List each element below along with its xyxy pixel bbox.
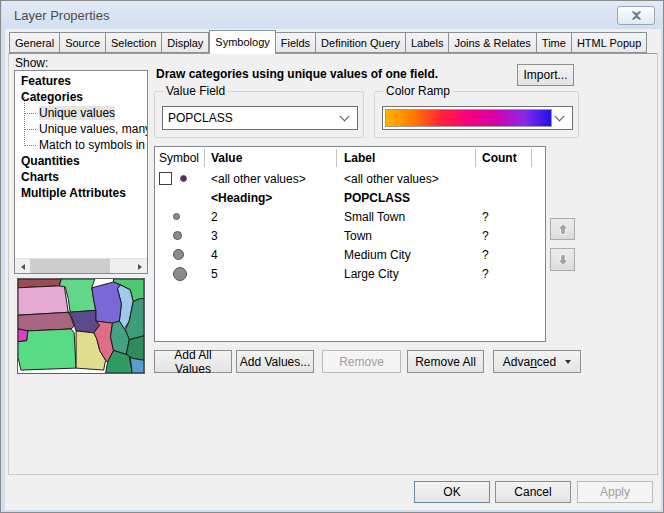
window-title: Layer Properties [14, 8, 109, 23]
close-icon [631, 11, 642, 20]
symbology-heading: Draw categories using unique values of o… [156, 67, 438, 81]
state-magenta [18, 329, 28, 342]
advanced-button[interactable]: Advanced [493, 350, 581, 373]
add-values-button[interactable]: Add Values... [236, 350, 314, 373]
class-2-symbol-dot[interactable] [173, 213, 180, 220]
class-4-symbol-dot[interactable] [173, 249, 184, 260]
import-button[interactable]: Import... [517, 64, 574, 86]
layer-properties-dialog: Layer Properties General Source Selectio… [0, 0, 664, 513]
class-3-symbol-dot[interactable] [173, 231, 182, 240]
move-up-button[interactable] [550, 218, 575, 240]
column-header-label: Label [337, 149, 476, 167]
tab-general[interactable]: General [9, 32, 60, 53]
chevron-down-icon [555, 112, 565, 122]
value-field-group: Value Field POPCLASS [154, 91, 364, 138]
right-triangle-icon [138, 264, 142, 270]
state-blue-corner [130, 357, 144, 373]
up-arrow-icon [555, 221, 571, 237]
show-label: Show: [15, 56, 48, 70]
table-row-class-4[interactable]: 4 Medium City ? [155, 245, 545, 264]
show-item-features[interactable]: Features [15, 73, 147, 89]
ok-button[interactable]: OK [414, 481, 490, 503]
scrollbar-thumb[interactable] [30, 259, 110, 274]
show-item-charts[interactable]: Charts [15, 169, 147, 185]
close-button[interactable] [617, 6, 655, 25]
class-5-symbol-dot[interactable] [173, 267, 187, 281]
column-header-filler [532, 149, 545, 167]
down-arrow-icon [555, 252, 571, 268]
show-item-match-symbols[interactable]: Match to symbols in a [15, 137, 147, 153]
scrollbar-track[interactable] [110, 259, 132, 273]
map-preview [17, 278, 145, 374]
state-purple-ia [68, 310, 100, 333]
state-mauve-ne [18, 312, 74, 331]
tab-time[interactable]: Time [537, 32, 572, 53]
table-header: Symbol Value Label Count [155, 147, 545, 169]
tab-labels[interactable]: Labels [406, 32, 449, 53]
tab-html-popup[interactable]: HTML Popup [572, 32, 647, 53]
tab-selection[interactable]: Selection [106, 32, 162, 53]
show-item-quantities[interactable]: Quantities [15, 153, 147, 169]
value-field-label: Value Field [163, 84, 228, 98]
tab-fields[interactable]: Fields [276, 32, 316, 53]
remove-button[interactable]: Remove [322, 350, 401, 373]
table-row-all-other-values[interactable]: <all other values> <all other values> [155, 169, 545, 188]
table-row-class-5[interactable]: 5 Large City ? [155, 264, 545, 283]
all-other-values-checkbox[interactable] [159, 172, 172, 185]
tab-source[interactable]: Source [60, 32, 106, 53]
titlebar: Layer Properties [2, 1, 664, 29]
remove-all-button[interactable]: Remove All [407, 350, 484, 373]
scroll-left-arrow[interactable] [15, 259, 30, 274]
tab-symbology[interactable]: Symbology [209, 30, 275, 54]
column-header-count: Count [476, 149, 532, 167]
show-tree: Features Categories Unique values Unique… [14, 70, 148, 274]
color-ramp-combobox[interactable] [382, 106, 573, 130]
value-field-combobox[interactable]: POPCLASS [162, 106, 358, 130]
map-preview-svg [18, 279, 144, 373]
column-header-value: Value [205, 149, 337, 167]
tab-display[interactable]: Display [162, 32, 209, 53]
show-item-multiple-attributes[interactable]: Multiple Attributes [15, 185, 147, 201]
value-field-selected: POPCLASS [163, 111, 341, 125]
table-row-class-2[interactable]: 2 Small Town ? [155, 207, 545, 226]
left-triangle-icon [21, 264, 25, 270]
chevron-down-icon [340, 112, 350, 122]
cancel-button[interactable]: Cancel [495, 481, 571, 503]
value-table: Symbol Value Label Count <all other valu… [154, 146, 546, 342]
tab-bar: General Source Selection Display Symbolo… [9, 32, 647, 53]
table-row-heading[interactable]: <Heading> POPCLASS [155, 188, 545, 207]
color-ramp-label: Color Ramp [383, 84, 453, 98]
dropdown-triangle-icon [565, 360, 571, 364]
scroll-right-arrow[interactable] [132, 259, 147, 274]
apply-button[interactable]: Apply [577, 481, 653, 503]
move-down-button[interactable] [550, 248, 575, 271]
color-ramp-group: Color Ramp [374, 91, 579, 138]
add-all-values-button[interactable]: Add All Values [154, 350, 232, 373]
tree-horizontal-scrollbar[interactable] [15, 258, 147, 273]
state-pink [18, 286, 68, 315]
tab-joins-relates[interactable]: Joins & Relates [449, 32, 536, 53]
column-header-symbol: Symbol [155, 149, 205, 167]
tab-definition-query[interactable]: Definition Query [316, 32, 406, 53]
all-other-values-symbol-dot[interactable] [180, 175, 187, 182]
color-ramp-gradient [385, 109, 552, 127]
table-row-class-3[interactable]: 3 Town ? [155, 226, 545, 245]
